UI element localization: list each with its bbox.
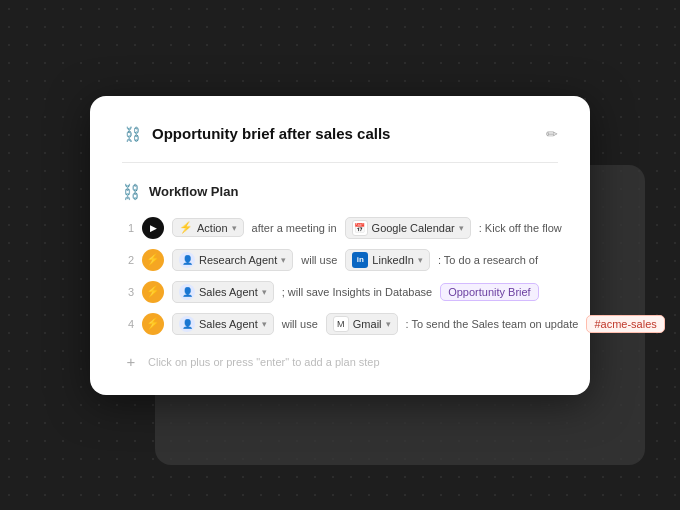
add-step-icon[interactable]: + <box>122 353 140 371</box>
badge-label: Gmail <box>353 318 382 330</box>
step-text: will use <box>282 318 318 330</box>
step-text: : To send the Sales team on update <box>406 318 579 330</box>
gmail-icon: M <box>333 316 349 332</box>
workflow-icon: ⛓️ <box>122 183 141 201</box>
dropdown-arrow: ▾ <box>262 287 267 297</box>
dropdown-arrow: ▾ <box>281 255 286 265</box>
linkedin-icon: in <box>352 252 368 268</box>
main-card: ⛓️ Opportunity brief after sales calls ✏… <box>90 96 590 395</box>
dropdown-arrow: ▾ <box>232 223 237 233</box>
step-text: after a meeting in <box>252 222 337 234</box>
workflow-section: ⛓️ Workflow Plan <box>122 183 558 201</box>
card-title: Opportunity brief after sales calls <box>152 125 536 142</box>
hashtag-badge: #acme-sales <box>586 315 664 333</box>
bolt-icon: ⚡ <box>179 221 193 234</box>
sales-agent-badge-2[interactable]: 👤 Sales Agent ▾ <box>172 313 274 335</box>
trigger-bolt-icon: ⚡ <box>142 313 164 335</box>
step-text: ; will save Insights in Database <box>282 286 432 298</box>
step-row: 3 ⚡ 👤 Sales Agent ▾ ; will save Insights… <box>122 281 558 303</box>
action-badge[interactable]: ⚡ Action ▾ <box>172 218 244 237</box>
dropdown-arrow: ▾ <box>459 223 464 233</box>
add-step-hint: Click on plus or press "enter" to add a … <box>148 356 380 368</box>
step-row: 4 ⚡ 👤 Sales Agent ▾ will use M Gmail ▾ :… <box>122 313 558 335</box>
step-text: will use <box>301 254 337 266</box>
step-number: 2 <box>122 254 134 266</box>
step-row: 1 ▶ ⚡ Action ▾ after a meeting in 📅 Goog… <box>122 217 558 239</box>
step-number: 4 <box>122 318 134 330</box>
step-number: 3 <box>122 286 134 298</box>
research-agent-badge[interactable]: 👤 Research Agent ▾ <box>172 249 293 271</box>
gcal-badge[interactable]: 📅 Google Calendar ▾ <box>345 217 471 239</box>
add-step-row[interactable]: + Click on plus or press "enter" to add … <box>122 349 558 371</box>
dropdown-arrow: ▾ <box>386 319 391 329</box>
badge-label: Research Agent <box>199 254 277 266</box>
gmail-badge[interactable]: M Gmail ▾ <box>326 313 398 335</box>
chain-icon: ⛓️ <box>122 124 142 144</box>
badge-label: Sales Agent <box>199 286 258 298</box>
step-post-text: : To do a research of <box>438 254 538 266</box>
trigger-bolt-icon: ⚡ <box>142 249 164 271</box>
card-header: ⛓️ Opportunity brief after sales calls ✏ <box>122 124 558 163</box>
step-row: 2 ⚡ 👤 Research Agent ▾ will use in Linke… <box>122 249 558 271</box>
gcal-icon: 📅 <box>352 220 368 236</box>
sales-agent-badge[interactable]: 👤 Sales Agent ▾ <box>172 281 274 303</box>
dropdown-arrow: ▾ <box>418 255 423 265</box>
workflow-title: Workflow Plan <box>149 184 238 199</box>
badge-label: Google Calendar <box>372 222 455 234</box>
badge-label: Action <box>197 222 228 234</box>
step-post-text: : Kick off the flow <box>479 222 562 234</box>
agent-icon: 👤 <box>179 284 195 300</box>
edit-icon[interactable]: ✏ <box>546 126 558 142</box>
trigger-play-icon: ▶ <box>142 217 164 239</box>
step-number: 1 <box>122 222 134 234</box>
badge-label: Sales Agent <box>199 318 258 330</box>
opportunity-brief-tag[interactable]: Opportunity Brief <box>440 283 539 301</box>
agent-icon: 👤 <box>179 252 195 268</box>
badge-label: LinkedIn <box>372 254 414 266</box>
dropdown-arrow: ▾ <box>262 319 267 329</box>
agent-icon: 👤 <box>179 316 195 332</box>
steps-list: 1 ▶ ⚡ Action ▾ after a meeting in 📅 Goog… <box>122 217 558 335</box>
trigger-bolt-icon: ⚡ <box>142 281 164 303</box>
linkedin-badge[interactable]: in LinkedIn ▾ <box>345 249 430 271</box>
